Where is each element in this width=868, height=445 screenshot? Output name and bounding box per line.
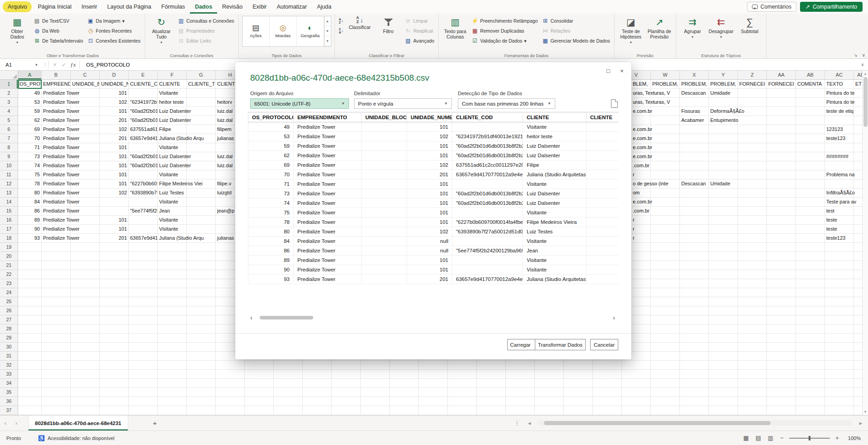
cell-L35[interactable] xyxy=(332,388,361,397)
ribbon-button-da-web[interactable]: ◍Da Web xyxy=(33,26,84,35)
cell-AB23[interactable] xyxy=(796,279,825,288)
cell-B12[interactable]: Predialize Tower xyxy=(42,179,71,189)
cell-A2[interactable]: 49 xyxy=(18,89,42,98)
cell-A18[interactable]: 93 xyxy=(18,234,42,243)
cell-Z17[interactable] xyxy=(738,225,767,234)
cell-X24[interactable] xyxy=(680,288,709,297)
zoom-level[interactable]: 100% xyxy=(844,435,861,441)
cell-F13[interactable]: Luiz Testes xyxy=(158,189,187,198)
row-header-19[interactable]: 19 xyxy=(0,243,18,252)
cell-B29[interactable] xyxy=(42,334,71,343)
cell-V34[interactable] xyxy=(622,379,651,388)
cell-L33[interactable] xyxy=(332,370,361,379)
cell-E21[interactable] xyxy=(129,261,158,270)
cell-Y11[interactable] xyxy=(709,170,738,179)
cell-AB15[interactable] xyxy=(796,207,825,216)
row-header-20[interactable]: 20 xyxy=(0,252,18,261)
cell-AB9[interactable] xyxy=(796,152,825,161)
cell-F3[interactable]: heitor teste xyxy=(158,98,187,107)
cell-B16[interactable]: Predialize Tower xyxy=(42,216,71,225)
cell-G35[interactable] xyxy=(187,388,216,397)
cell-R33[interactable] xyxy=(506,370,535,379)
cell-X13[interactable] xyxy=(680,189,709,198)
cell-AB32[interactable] xyxy=(796,361,825,370)
collapse-ribbon-icon[interactable]: ∨ xyxy=(862,53,865,58)
vertical-scrollbar[interactable]: ▲ ▼ xyxy=(862,71,868,415)
cell-Y31[interactable] xyxy=(709,352,738,361)
cell-C19[interactable] xyxy=(71,243,100,252)
cell-Y3[interactable] xyxy=(709,98,738,107)
cell-AA20[interactable] xyxy=(767,252,796,261)
preview-horizontal-scrollbar[interactable]: ‹ › xyxy=(250,314,615,321)
cell-T37[interactable] xyxy=(564,406,593,415)
row-header-32[interactable]: 32 xyxy=(0,361,18,370)
cell-F10[interactable]: Luiz Dalsenter xyxy=(158,161,187,170)
cell-J35[interactable] xyxy=(274,388,303,397)
scroll-up-icon[interactable]: ▲ xyxy=(864,71,867,77)
cell-W15[interactable] xyxy=(651,207,680,216)
cell-Z15[interactable] xyxy=(738,207,767,216)
cell-W1[interactable]: PROBLEM, xyxy=(651,80,680,89)
cell-Z7[interactable] xyxy=(738,134,767,143)
menu-tab-layout-da-pagina[interactable]: Layout da Página xyxy=(102,0,156,14)
cell-AB3[interactable] xyxy=(796,98,825,107)
cell-AB18[interactable] xyxy=(796,234,825,243)
row-header-25[interactable]: 25 xyxy=(0,297,18,306)
cell-T36[interactable] xyxy=(564,397,593,406)
cell-AA15[interactable] xyxy=(767,207,796,216)
cell-A15[interactable]: 86 xyxy=(18,207,42,216)
row-header-31[interactable]: 31 xyxy=(0,352,18,361)
cell-E10[interactable]: "60ad2f2b01d6db0013b8f2b2" xyxy=(129,161,158,170)
cell-N33[interactable] xyxy=(390,370,419,379)
cell-Y22[interactable] xyxy=(709,270,738,279)
cell-AC7[interactable]: teste123 xyxy=(825,134,854,143)
cell-B26[interactable] xyxy=(42,306,71,315)
cell-E34[interactable] xyxy=(129,379,158,388)
prev-sheet-icon[interactable]: ‹ xyxy=(0,420,11,426)
cell-AC35[interactable] xyxy=(825,388,854,397)
cell-D29[interactable] xyxy=(100,334,129,343)
cell-AC9[interactable]: ######## xyxy=(825,152,854,161)
cell-AA1[interactable]: FORNECEI xyxy=(767,80,796,89)
cell-X25[interactable] xyxy=(680,297,709,306)
cell-Z3[interactable] xyxy=(738,98,767,107)
cell-AA18[interactable] xyxy=(767,234,796,243)
file-origin-select[interactable]: 65001: Unicode (UTF-8)▼ xyxy=(250,98,349,109)
ribbon-button-conexoes-existentes[interactable]: ⊡Conexões Existentes xyxy=(86,36,141,45)
cell-Y16[interactable] xyxy=(709,216,738,225)
cell-F26[interactable] xyxy=(158,306,187,315)
cell-W20[interactable] xyxy=(651,252,680,261)
cell-AA9[interactable] xyxy=(767,152,796,161)
cell-F27[interactable] xyxy=(158,315,187,324)
cell-F33[interactable] xyxy=(158,370,187,379)
cell-H35[interactable] xyxy=(216,388,245,397)
cell-AB37[interactable] xyxy=(796,406,825,415)
cell-Z32[interactable] xyxy=(738,361,767,370)
cell-P36[interactable] xyxy=(448,397,477,406)
cell-Z9[interactable] xyxy=(738,152,767,161)
cell-Y32[interactable] xyxy=(709,361,738,370)
cell-B35[interactable] xyxy=(42,388,71,397)
menu-tab-inserir[interactable]: Inserir xyxy=(77,0,102,14)
cell-AC13[interactable]: InfiltraÃ§Ã£o xyxy=(825,189,854,198)
ribbon-button-editar-links[interactable]: ⊟Editar Links xyxy=(177,36,235,45)
cell-AA5[interactable] xyxy=(767,116,796,125)
cell-L37[interactable] xyxy=(332,406,361,415)
cell-AA12[interactable] xyxy=(767,179,796,189)
cell-W31[interactable] xyxy=(651,352,680,361)
menu-tab-formulas[interactable]: Fórmulas xyxy=(156,0,190,14)
cell-B37[interactable] xyxy=(42,406,71,415)
cell-D24[interactable] xyxy=(100,288,129,297)
cell-N35[interactable] xyxy=(390,388,419,397)
cell-AC18[interactable]: teste123 xyxy=(825,234,854,243)
cell-Y26[interactable] xyxy=(709,306,738,315)
cell-U34[interactable] xyxy=(593,379,622,388)
row-header-13[interactable]: 13 xyxy=(0,189,18,198)
cell-S33[interactable] xyxy=(535,370,564,379)
cell-I36[interactable] xyxy=(245,397,274,406)
cell-X17[interactable] xyxy=(680,225,709,234)
cell-AB21[interactable] xyxy=(796,261,825,270)
cell-F15[interactable]: Jean xyxy=(158,207,187,216)
cell-A1[interactable]: OS_PROTOCOLO xyxy=(18,80,42,89)
accessibility-status[interactable]: ♿ Acessibilidade: não disponível xyxy=(38,435,114,441)
